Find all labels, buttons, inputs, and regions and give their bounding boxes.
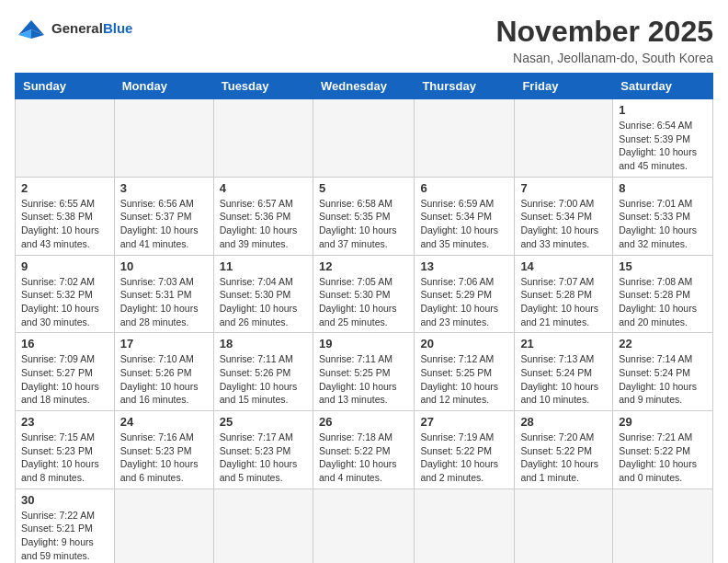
calendar-cell: 14Sunrise: 7:07 AMSunset: 5:28 PMDayligh… bbox=[515, 255, 613, 333]
day-number: 20 bbox=[420, 337, 508, 350]
calendar-cell: 28Sunrise: 7:20 AMSunset: 5:22 PMDayligh… bbox=[515, 411, 613, 489]
day-number: 26 bbox=[319, 415, 408, 429]
day-number: 5 bbox=[319, 181, 408, 195]
weekday-header-friday: Friday bbox=[515, 74, 613, 99]
week-row-1: 1Sunrise: 6:54 AMSunset: 5:39 PMDaylight… bbox=[16, 99, 713, 178]
day-info: Sunrise: 6:59 AMSunset: 5:34 PMDaylight:… bbox=[420, 197, 508, 251]
calendar-cell: 22Sunrise: 7:14 AMSunset: 5:24 PMDayligh… bbox=[613, 333, 713, 411]
calendar-cell bbox=[415, 488, 515, 563]
day-number: 29 bbox=[619, 415, 707, 429]
title-area: November 2025 Nasan, Jeollanam-do, South… bbox=[495, 15, 713, 65]
day-info: Sunrise: 7:04 AMSunset: 5:30 PMDaylight:… bbox=[220, 275, 307, 329]
day-info: Sunrise: 6:55 AMSunset: 5:38 PMDaylight:… bbox=[21, 197, 108, 251]
day-info: Sunrise: 7:14 AMSunset: 5:24 PMDaylight:… bbox=[619, 352, 707, 407]
calendar-cell: 4Sunrise: 6:57 AMSunset: 5:36 PMDaylight… bbox=[213, 177, 313, 255]
calendar-cell: 16Sunrise: 7:09 AMSunset: 5:27 PMDayligh… bbox=[16, 333, 115, 411]
logo-icon bbox=[15, 15, 48, 42]
calendar-cell bbox=[16, 99, 115, 178]
day-info: Sunrise: 7:03 AMSunset: 5:31 PMDaylight:… bbox=[120, 275, 208, 329]
day-info: Sunrise: 7:08 AMSunset: 5:28 PMDaylight:… bbox=[619, 275, 707, 329]
weekday-header-row: SundayMondayTuesdayWednesdayThursdayFrid… bbox=[16, 74, 713, 99]
day-info: Sunrise: 6:54 AMSunset: 5:39 PMDaylight:… bbox=[619, 119, 707, 173]
calendar-cell: 10Sunrise: 7:03 AMSunset: 5:31 PMDayligh… bbox=[114, 255, 213, 333]
day-info: Sunrise: 7:12 AMSunset: 5:25 PMDaylight:… bbox=[420, 352, 508, 407]
day-info: Sunrise: 7:02 AMSunset: 5:32 PMDaylight:… bbox=[21, 275, 108, 329]
calendar-cell: 30Sunrise: 7:22 AMSunset: 5:21 PMDayligh… bbox=[16, 488, 115, 563]
calendar-cell: 17Sunrise: 7:10 AMSunset: 5:26 PMDayligh… bbox=[114, 333, 213, 411]
calendar-table: SundayMondayTuesdayWednesdayThursdayFrid… bbox=[15, 73, 713, 563]
day-number: 24 bbox=[120, 415, 208, 429]
month-title: November 2025 bbox=[495, 15, 713, 49]
calendar-cell: 2Sunrise: 6:55 AMSunset: 5:38 PMDaylight… bbox=[16, 177, 115, 255]
week-row-6: 30Sunrise: 7:22 AMSunset: 5:21 PMDayligh… bbox=[16, 488, 713, 563]
day-number: 3 bbox=[120, 181, 208, 195]
day-info: Sunrise: 7:18 AMSunset: 5:22 PMDaylight:… bbox=[319, 431, 408, 485]
day-number: 11 bbox=[220, 259, 307, 273]
day-number: 16 bbox=[21, 337, 108, 350]
calendar-cell: 24Sunrise: 7:16 AMSunset: 5:23 PMDayligh… bbox=[114, 411, 213, 489]
day-info: Sunrise: 7:15 AMSunset: 5:23 PMDaylight:… bbox=[21, 431, 108, 485]
day-info: Sunrise: 7:13 AMSunset: 5:24 PMDaylight:… bbox=[520, 352, 607, 407]
day-number: 25 bbox=[220, 415, 307, 429]
week-row-5: 23Sunrise: 7:15 AMSunset: 5:23 PMDayligh… bbox=[16, 411, 713, 489]
day-number: 21 bbox=[520, 337, 607, 350]
calendar-cell bbox=[213, 99, 313, 178]
calendar-cell: 25Sunrise: 7:17 AMSunset: 5:23 PMDayligh… bbox=[213, 411, 313, 489]
calendar-cell bbox=[114, 99, 213, 178]
calendar-cell: 15Sunrise: 7:08 AMSunset: 5:28 PMDayligh… bbox=[613, 255, 713, 333]
day-number: 12 bbox=[319, 259, 408, 273]
day-number: 7 bbox=[520, 181, 607, 195]
day-info: Sunrise: 7:16 AMSunset: 5:23 PMDaylight:… bbox=[120, 431, 208, 485]
calendar-cell bbox=[213, 488, 313, 563]
calendar-cell bbox=[415, 99, 515, 178]
day-number: 27 bbox=[420, 415, 508, 429]
day-number: 19 bbox=[319, 337, 408, 350]
day-info: Sunrise: 7:00 AMSunset: 5:34 PMDaylight:… bbox=[520, 197, 607, 251]
day-info: Sunrise: 7:05 AMSunset: 5:30 PMDaylight:… bbox=[319, 275, 408, 329]
day-info: Sunrise: 6:57 AMSunset: 5:36 PMDaylight:… bbox=[220, 197, 307, 251]
calendar-cell: 18Sunrise: 7:11 AMSunset: 5:26 PMDayligh… bbox=[213, 333, 313, 411]
calendar-cell: 27Sunrise: 7:19 AMSunset: 5:22 PMDayligh… bbox=[415, 411, 515, 489]
day-info: Sunrise: 7:19 AMSunset: 5:22 PMDaylight:… bbox=[420, 431, 508, 485]
day-info: Sunrise: 7:11 AMSunset: 5:25 PMDaylight:… bbox=[319, 352, 408, 407]
day-number: 9 bbox=[21, 259, 108, 273]
calendar-cell: 13Sunrise: 7:06 AMSunset: 5:29 PMDayligh… bbox=[415, 255, 515, 333]
calendar-cell: 20Sunrise: 7:12 AMSunset: 5:25 PMDayligh… bbox=[415, 333, 515, 411]
logo: GeneralBlue bbox=[15, 15, 132, 42]
day-info: Sunrise: 7:21 AMSunset: 5:22 PMDaylight:… bbox=[619, 431, 707, 485]
calendar-cell bbox=[613, 488, 713, 563]
calendar-cell: 5Sunrise: 6:58 AMSunset: 5:35 PMDaylight… bbox=[313, 177, 414, 255]
weekday-header-thursday: Thursday bbox=[415, 74, 515, 99]
day-info: Sunrise: 7:07 AMSunset: 5:28 PMDaylight:… bbox=[520, 275, 607, 329]
week-row-3: 9Sunrise: 7:02 AMSunset: 5:32 PMDaylight… bbox=[16, 255, 713, 333]
day-info: Sunrise: 7:09 AMSunset: 5:27 PMDaylight:… bbox=[21, 352, 108, 407]
week-row-4: 16Sunrise: 7:09 AMSunset: 5:27 PMDayligh… bbox=[16, 333, 713, 411]
weekday-header-wednesday: Wednesday bbox=[313, 74, 414, 99]
day-number: 13 bbox=[420, 259, 508, 273]
day-number: 6 bbox=[420, 181, 508, 195]
day-number: 22 bbox=[619, 337, 707, 350]
calendar-cell: 6Sunrise: 6:59 AMSunset: 5:34 PMDaylight… bbox=[415, 177, 515, 255]
day-info: Sunrise: 7:17 AMSunset: 5:23 PMDaylight:… bbox=[220, 431, 307, 485]
logo-text: GeneralBlue bbox=[51, 21, 132, 37]
subtitle: Nasan, Jeollanam-do, South Korea bbox=[495, 51, 713, 65]
weekday-header-saturday: Saturday bbox=[613, 74, 713, 99]
day-info: Sunrise: 7:06 AMSunset: 5:29 PMDaylight:… bbox=[420, 275, 508, 329]
day-number: 8 bbox=[619, 181, 707, 195]
calendar-cell bbox=[114, 488, 213, 563]
calendar-cell bbox=[313, 99, 414, 178]
calendar-cell: 23Sunrise: 7:15 AMSunset: 5:23 PMDayligh… bbox=[16, 411, 115, 489]
day-number: 14 bbox=[520, 259, 607, 273]
day-info: Sunrise: 7:22 AMSunset: 5:21 PMDaylight:… bbox=[21, 509, 108, 563]
day-number: 28 bbox=[520, 415, 607, 429]
weekday-header-tuesday: Tuesday bbox=[213, 74, 313, 99]
day-number: 18 bbox=[220, 337, 307, 350]
calendar-cell: 3Sunrise: 6:56 AMSunset: 5:37 PMDaylight… bbox=[114, 177, 213, 255]
calendar-cell bbox=[313, 488, 414, 563]
calendar-cell: 11Sunrise: 7:04 AMSunset: 5:30 PMDayligh… bbox=[213, 255, 313, 333]
day-number: 4 bbox=[220, 181, 307, 195]
day-number: 23 bbox=[21, 415, 108, 429]
calendar-cell: 29Sunrise: 7:21 AMSunset: 5:22 PMDayligh… bbox=[613, 411, 713, 489]
calendar-cell: 8Sunrise: 7:01 AMSunset: 5:33 PMDaylight… bbox=[613, 177, 713, 255]
calendar-cell: 9Sunrise: 7:02 AMSunset: 5:32 PMDaylight… bbox=[16, 255, 115, 333]
